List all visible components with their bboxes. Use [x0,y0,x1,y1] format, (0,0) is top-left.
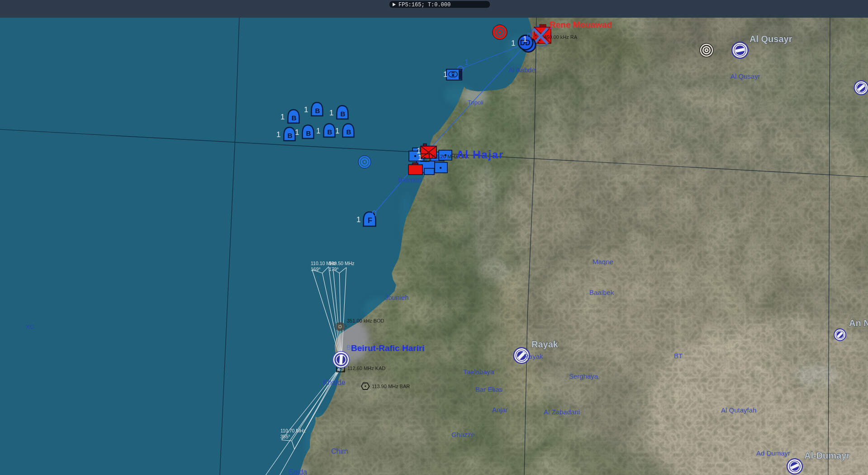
svg-text:Saida: Saida [289,468,307,475]
svg-text:Anjar: Anjar [492,406,508,413]
svg-text:1: 1 [443,70,447,79]
svg-text:BT: BT [674,352,683,360]
svg-text:450.00 kHz RA: 450.00 kHz RA [544,34,578,40]
svg-text:112.60 MHz KAD: 112.60 MHz KAD [347,366,385,371]
svg-text:Chim: Chim [331,447,348,455]
svg-text:B: B [315,107,320,114]
svg-text:Al-Dumayr: Al-Dumayr [804,451,850,461]
svg-text:Al Zabadani: Al Zabadani [544,408,580,416]
svg-text:B: B [341,110,346,118]
svg-text:Rayak: Rayak [531,339,559,349]
svg-text:Al Qusayr: Al Qusayr [730,72,760,80]
svg-text:110.70 MHz: 110.70 MHz [280,428,306,433]
svg-text:109.50 MHz: 109.50 MHz [329,261,355,266]
svg-text:B: B [327,128,332,136]
svg-text:169°: 169° [311,266,321,272]
svg-text:113.90 MHz BAR: 113.90 MHz BAR [372,384,410,389]
svg-text:Ghazze: Ghazze [451,431,475,438]
svg-text:1: 1 [295,128,299,137]
svg-text:1: 1 [276,130,280,139]
svg-text:Rayak: Rayak [524,352,543,360]
svg-text:Batroun: Batroun [398,176,422,184]
svg-text:Al Qusayr: Al Qusayr [749,34,792,44]
svg-text:Rene Mouawad: Rene Mouawad [550,20,612,29]
svg-text:0: 0 [372,209,377,218]
svg-text:B: B [306,129,311,137]
svg-text:Al Aabde: Al Aabde [508,66,536,74]
svg-text:1: 1 [465,58,469,66]
svg-text:Serghaya: Serghaya [569,372,598,380]
svg-text:Bar Elias: Bar Elias [475,385,503,393]
svg-text:1: 1 [531,31,535,40]
svg-text:B: B [288,132,293,139]
svg-text:355°: 355° [280,434,290,439]
svg-text:1: 1 [356,215,360,224]
svg-text:351.00 kHz BOD: 351.00 kHz BOD [347,318,384,323]
svg-text:Al Hajar: Al Hajar [456,148,504,161]
svg-text:1: 1 [329,109,333,117]
svg-text:Ad Dumayr: Ad Dumayr [756,449,790,457]
svg-text:Taalabaya: Taalabaya [463,368,494,375]
svg-text:FPS:165; T:0.000: FPS:165; T:0.000 [398,2,451,8]
svg-text:1: 1 [304,105,308,114]
svg-text:An Nabk: An Nabk [849,318,868,328]
svg-text:1: 1 [335,127,339,135]
svg-text:Khalde: Khalde [323,379,346,386]
svg-text:1: 1 [316,127,320,135]
svg-text:1: 1 [280,113,285,121]
svg-text:XC: XC [26,323,34,330]
svg-text:Jounieh: Jounieh [385,294,409,301]
svg-text:B: B [346,128,351,136]
svg-text:Al Qutayfah: Al Qutayfah [721,406,756,414]
svg-text:Baalbek: Baalbek [589,289,614,296]
svg-text:Maqne: Maqne [593,258,613,266]
svg-text:B: B [292,114,297,122]
svg-text:1: 1 [511,39,515,48]
svg-text:Tripoli: Tripoli [468,99,484,106]
svg-text:1: 1 [418,153,422,162]
svg-text:Beirut-Rafic Hariri: Beirut-Rafic Hariri [351,343,425,353]
svg-text:179°: 179° [329,266,339,272]
